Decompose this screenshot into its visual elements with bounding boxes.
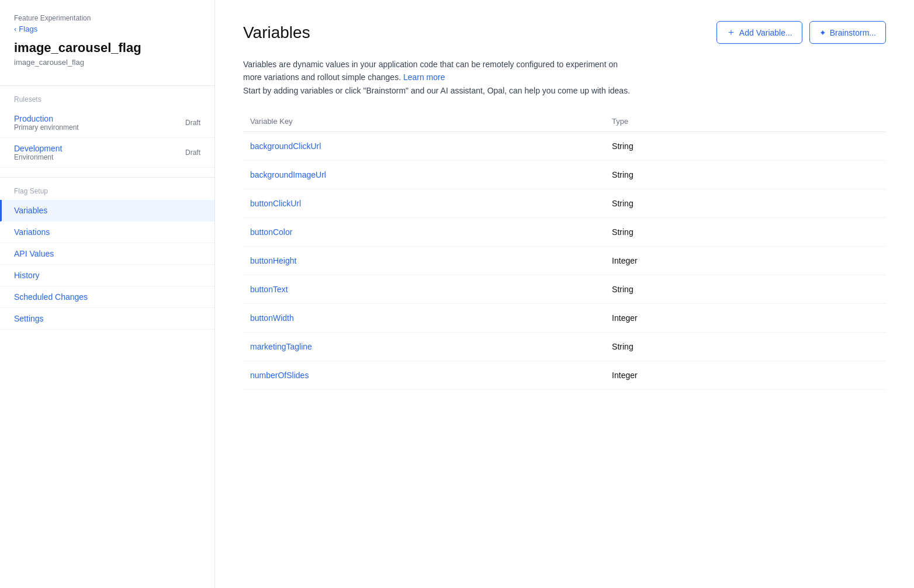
table-row: numberOfSlides Integer	[243, 361, 886, 390]
main-header: Variables ＋ Add Variable... ✦ Brainstorm…	[243, 21, 886, 44]
variable-key[interactable]: marketingTagline	[250, 342, 312, 351]
variable-type: String	[612, 285, 633, 294]
flag-setup-label: Flag Setup	[0, 187, 214, 195]
copy-button[interactable]	[874, 230, 879, 234]
delete-button[interactable]	[863, 344, 867, 349]
main-content: Variables ＋ Add Variable... ✦ Brainstorm…	[215, 0, 914, 588]
divider-top	[0, 85, 214, 86]
desc-line2: more variations and rollout simple chang…	[243, 72, 401, 82]
production-sublabel: Primary environment	[14, 123, 79, 132]
delete-button[interactable]	[863, 144, 867, 148]
variable-key[interactable]: buttonColor	[250, 227, 292, 237]
copy-button[interactable]	[874, 287, 879, 292]
row-actions	[771, 344, 879, 349]
development-sublabel: Environment	[14, 153, 63, 161]
production-badge: Draft	[185, 119, 200, 127]
col-actions-header	[764, 111, 886, 132]
variables-table: Variable Key Type backgroundClickUrl Str…	[243, 111, 886, 390]
variable-type: Integer	[612, 256, 638, 265]
plus-icon: ＋	[726, 26, 736, 39]
row-actions	[771, 172, 879, 177]
desc-line1: Variables are dynamic values in your app…	[243, 60, 618, 69]
row-actions	[771, 144, 879, 148]
row-actions	[771, 230, 879, 234]
rulesets-label: Rulesets	[0, 95, 214, 103]
variable-type: String	[612, 227, 633, 237]
development-badge: Draft	[185, 148, 200, 157]
page-title: Variables	[243, 23, 310, 42]
variable-key[interactable]: buttonText	[250, 285, 288, 294]
learn-more-link[interactable]: Learn more	[403, 72, 445, 82]
divider-middle	[0, 177, 214, 178]
copy-button[interactable]	[874, 344, 879, 349]
table-row: buttonHeight Integer	[243, 247, 886, 275]
copy-button[interactable]	[874, 373, 879, 378]
table-row: marketingTagline String	[243, 333, 886, 361]
row-actions	[771, 316, 879, 320]
sidebar-item-variables[interactable]: Variables	[0, 200, 214, 222]
add-variable-button[interactable]: ＋ Add Variable...	[716, 21, 802, 44]
variables-nav-label: Variables	[14, 206, 47, 215]
variable-key[interactable]: backgroundImageUrl	[250, 170, 326, 179]
row-actions	[771, 258, 879, 263]
scheduled-changes-nav-label: Scheduled Changes	[14, 292, 88, 302]
sidebar-item-development[interactable]: Development Environment Draft	[0, 138, 214, 168]
variable-key[interactable]: buttonHeight	[250, 256, 296, 265]
delete-button[interactable]	[863, 230, 867, 234]
header-actions: ＋ Add Variable... ✦ Brainstorm...	[716, 21, 886, 44]
variable-key[interactable]: backgroundClickUrl	[250, 141, 321, 151]
api-values-nav-label: API Values	[14, 249, 54, 258]
col-type-header: Type	[605, 111, 764, 132]
copy-button[interactable]	[874, 172, 879, 177]
table-row: buttonClickUrl String	[243, 189, 886, 218]
variations-nav-label: Variations	[14, 227, 50, 237]
variable-type: String	[612, 170, 633, 179]
desc-line3: Start by adding variables or click "Brai…	[243, 86, 630, 95]
table-row: buttonColor String	[243, 218, 886, 247]
variable-type: Integer	[612, 371, 638, 380]
copy-button[interactable]	[874, 258, 879, 263]
copy-button[interactable]	[874, 201, 879, 206]
col-key-header: Variable Key	[243, 111, 605, 132]
delete-button[interactable]	[863, 201, 867, 206]
sidebar-item-api-values[interactable]: API Values	[0, 243, 214, 265]
delete-button[interactable]	[863, 258, 867, 263]
sparkle-icon: ✦	[819, 28, 826, 37]
row-actions	[771, 201, 879, 206]
variable-key[interactable]: buttonWidth	[250, 313, 294, 323]
copy-button[interactable]	[874, 316, 879, 320]
table-row: backgroundImageUrl String	[243, 161, 886, 189]
back-link[interactable]: ‹ Flags	[14, 25, 200, 33]
table-row: backgroundClickUrl String	[243, 132, 886, 161]
variable-type: String	[612, 141, 633, 151]
sidebar: Feature Experimentation ‹ Flags image_ca…	[0, 0, 215, 588]
settings-nav-label: Settings	[14, 314, 44, 323]
variable-type: String	[612, 199, 633, 208]
variable-type: String	[612, 342, 633, 351]
delete-button[interactable]	[863, 373, 867, 378]
delete-button[interactable]	[863, 172, 867, 177]
brainstorm-button[interactable]: ✦ Brainstorm...	[809, 21, 886, 44]
chevron-left-icon: ‹	[14, 25, 16, 33]
flag-title: image_carousel_flag	[14, 40, 200, 56]
row-actions	[771, 287, 879, 292]
table-row: buttonText String	[243, 275, 886, 304]
copy-button[interactable]	[874, 144, 879, 148]
variable-key[interactable]: numberOfSlides	[250, 371, 309, 380]
row-actions	[771, 373, 879, 378]
table-row: buttonWidth Integer	[243, 304, 886, 333]
variable-key[interactable]: buttonClickUrl	[250, 199, 301, 208]
delete-button[interactable]	[863, 287, 867, 292]
sidebar-item-variations[interactable]: Variations	[0, 222, 214, 243]
sidebar-item-settings[interactable]: Settings	[0, 308, 214, 330]
production-label: Production	[14, 114, 79, 123]
app-name: Feature Experimentation	[14, 14, 200, 22]
sidebar-item-history[interactable]: History	[0, 265, 214, 286]
sidebar-item-scheduled-changes[interactable]: Scheduled Changes	[0, 286, 214, 308]
history-nav-label: History	[14, 271, 40, 280]
variable-type: Integer	[612, 313, 638, 323]
development-label: Development	[14, 144, 63, 153]
flag-subtitle: image_carousel_flag	[14, 58, 200, 67]
sidebar-item-production[interactable]: Production Primary environment Draft	[0, 108, 214, 138]
delete-button[interactable]	[863, 316, 867, 320]
